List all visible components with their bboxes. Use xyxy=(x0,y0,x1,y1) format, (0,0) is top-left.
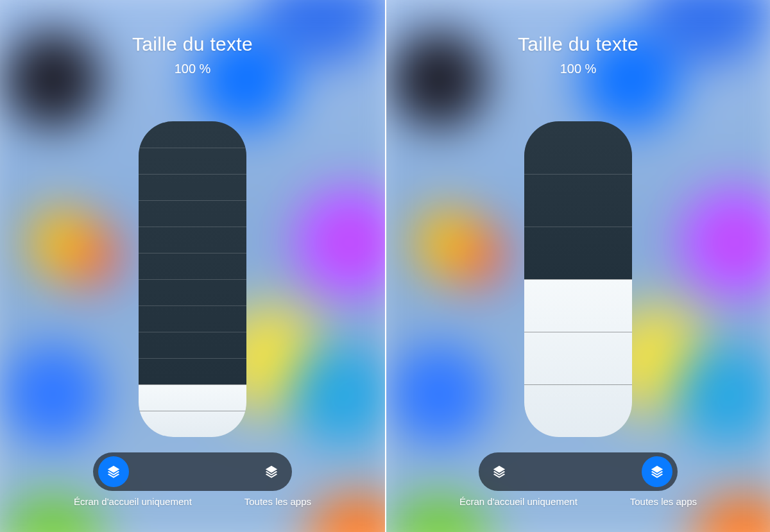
scope-home-button[interactable] xyxy=(98,456,129,487)
scope-labels: Écran d'accueil uniquement Toutes les ap… xyxy=(74,496,311,507)
panel-content: Taille du texte 100 % xyxy=(386,0,770,532)
text-size-slider[interactable] xyxy=(139,121,246,437)
scope-home-button[interactable] xyxy=(484,456,515,487)
layers-icon xyxy=(492,465,506,479)
text-size-percent: 100 % xyxy=(560,62,597,76)
text-size-slider[interactable] xyxy=(524,121,632,437)
scope-all-apps-label: Toutes les apps xyxy=(244,496,311,507)
scope-all-apps-button[interactable] xyxy=(256,456,287,487)
layers-icon xyxy=(650,465,664,479)
layers-icon xyxy=(107,465,121,479)
scope-toggle xyxy=(93,452,292,491)
scope-home-label: Écran d'accueil uniquement xyxy=(74,496,192,507)
scope-all-apps-button[interactable] xyxy=(642,456,672,487)
scope-labels: Écran d'accueil uniquement Toutes les ap… xyxy=(459,496,697,507)
layers-icon xyxy=(264,465,278,479)
scope-toggle xyxy=(479,452,678,491)
text-size-percent: 100 % xyxy=(175,62,211,76)
panel-title: Taille du texte xyxy=(518,33,638,55)
scope-all-apps-label: Toutes les apps xyxy=(630,496,697,507)
panel-title: Taille du texte xyxy=(132,33,253,55)
panel-content: Taille du texte 100 % xyxy=(0,0,385,532)
scope-home-label: Écran d'accueil uniquement xyxy=(459,496,578,507)
text-size-panel: Taille du texte 100 % xyxy=(0,0,385,532)
text-size-panel: Taille du texte 100 % xyxy=(385,0,770,532)
